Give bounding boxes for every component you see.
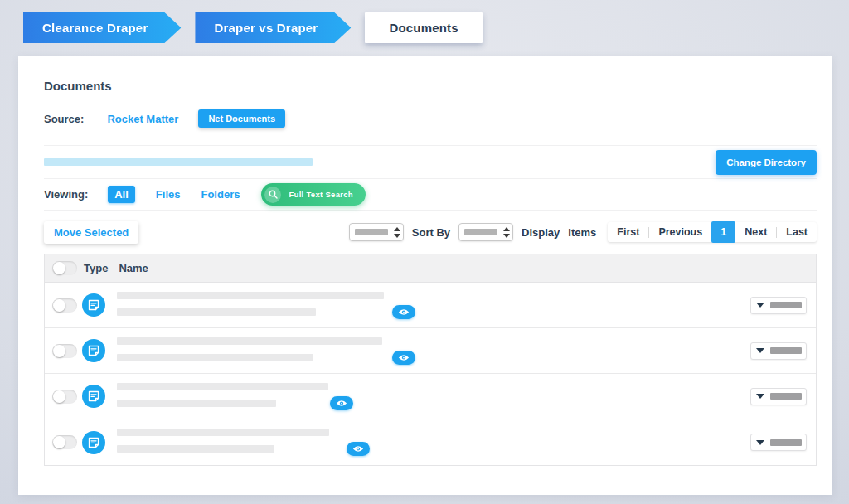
list-controls-row: Move Selected Sort By Display Items Firs…	[18, 221, 832, 243]
viewing-label: Viewing:	[44, 188, 88, 201]
full-text-search-button[interactable]: Full Text Search	[261, 183, 365, 206]
breadcrumb-tab-clearance-draper[interactable]: Clearance Draper	[23, 12, 181, 43]
toggle-knob-icon	[53, 262, 65, 274]
move-selected-button[interactable]: Move Selected	[44, 221, 138, 244]
display-select-placeholder	[464, 229, 497, 235]
pagination-previous[interactable]: Previous	[649, 226, 711, 238]
pagination: First Previous 1 Next Last	[608, 222, 817, 242]
document-name-placeholder	[117, 383, 353, 410]
toggle-knob-icon	[53, 299, 65, 312]
toggle-knob-icon	[53, 436, 65, 448]
full-text-search-label: Full Text Search	[289, 190, 352, 199]
table-row	[45, 419, 816, 465]
dropdown-label-placeholder	[770, 439, 802, 446]
dropdown-label-placeholder	[770, 302, 802, 308]
breadcrumb: Clearance Draper Draper vs Draper Docume…	[23, 12, 483, 43]
items-label: Items	[568, 226, 596, 239]
pagination-current-page[interactable]: 1	[711, 221, 735, 243]
table-header-row: Type Name	[45, 254, 816, 283]
table-row	[45, 283, 816, 328]
row-select-toggle[interactable]	[52, 344, 77, 358]
source-row: Source: Rocket Matter Net Documents	[18, 109, 832, 128]
display-select[interactable]	[458, 223, 513, 241]
document-type-icon	[82, 293, 105, 317]
document-type-icon	[82, 339, 105, 362]
directory-path-row: Change Directory	[18, 146, 832, 178]
row-actions-dropdown[interactable]	[750, 434, 807, 451]
row-actions-dropdown[interactable]	[750, 297, 807, 314]
breadcrumb-tab-draper-vs-draper[interactable]: Draper vs Draper	[195, 12, 351, 43]
table-row	[45, 374, 816, 419]
row-actions-dropdown[interactable]	[750, 388, 807, 405]
dropdown-label-placeholder	[770, 347, 802, 354]
document-type-icon	[82, 385, 105, 408]
row-actions	[750, 297, 807, 314]
pagination-first[interactable]: First	[608, 226, 648, 238]
documents-table: Type Name	[44, 254, 817, 466]
divider	[44, 210, 817, 211]
toggle-knob-icon	[53, 345, 65, 357]
document-name-placeholder	[117, 429, 370, 456]
row-actions	[750, 434, 807, 451]
change-directory-button[interactable]: Change Directory	[716, 150, 817, 175]
source-option-net-documents-selected[interactable]: Net Documents	[198, 109, 285, 128]
row-select-toggle[interactable]	[52, 390, 77, 404]
preview-eye-button[interactable]	[392, 305, 415, 319]
document-name-placeholder	[117, 337, 415, 365]
display-label: Display	[522, 226, 560, 239]
viewing-filter-row: Viewing: All Files Folders Full Text Sea…	[18, 179, 832, 210]
chevron-down-icon	[756, 303, 764, 308]
table-row	[45, 328, 816, 374]
source-option-rocket-matter[interactable]: Rocket Matter	[107, 113, 178, 125]
preview-eye-button[interactable]	[392, 351, 415, 365]
document-name-placeholder	[117, 292, 415, 319]
column-header-name: Name	[119, 262, 148, 274]
filter-all-active[interactable]: All	[108, 186, 135, 203]
row-actions	[750, 342, 807, 360]
filter-folders[interactable]: Folders	[201, 188, 240, 201]
pagination-next[interactable]: Next	[735, 226, 776, 238]
directory-path-placeholder	[44, 158, 313, 166]
preview-eye-button[interactable]	[330, 396, 353, 410]
search-icon	[264, 187, 281, 203]
sort-by-label: Sort By	[412, 226, 450, 239]
preview-eye-button[interactable]	[347, 442, 370, 456]
breadcrumb-tab-documents-active[interactable]: Documents	[365, 12, 482, 43]
chevron-down-icon	[756, 348, 764, 353]
select-all-toggle[interactable]	[52, 261, 77, 275]
sort-display-pagination-controls: Sort By Display Items First Previous 1 N…	[349, 222, 817, 242]
row-select-toggle[interactable]	[52, 298, 77, 313]
sort-by-select[interactable]	[349, 223, 404, 241]
chevron-down-icon	[756, 394, 764, 399]
chevron-down-icon	[756, 440, 764, 445]
select-stepper-icon	[503, 227, 510, 238]
page-title: Documents	[18, 56, 832, 93]
source-label: Source:	[44, 113, 84, 125]
document-type-icon	[82, 431, 105, 454]
sort-by-select-placeholder	[355, 229, 388, 235]
toggle-knob-icon	[53, 390, 65, 403]
row-select-toggle[interactable]	[52, 435, 77, 449]
pagination-last[interactable]: Last	[777, 226, 817, 238]
select-stepper-icon	[394, 227, 400, 238]
row-actions	[750, 388, 807, 405]
column-header-type: Type	[84, 262, 108, 274]
dropdown-label-placeholder	[770, 393, 802, 400]
row-actions-dropdown[interactable]	[750, 342, 807, 360]
documents-panel: Documents Source: Rocket Matter Net Docu…	[18, 56, 832, 495]
filter-files[interactable]: Files	[156, 188, 181, 201]
